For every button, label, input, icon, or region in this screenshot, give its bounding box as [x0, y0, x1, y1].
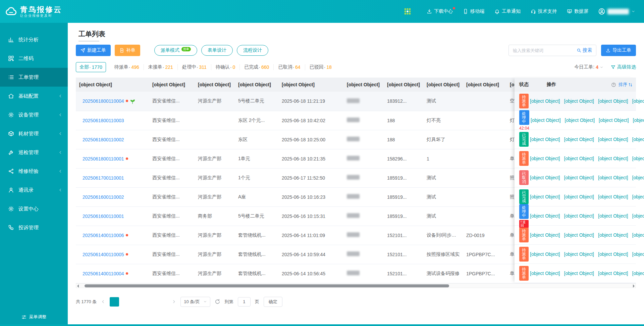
- supplement-order-button[interactable]: 补单: [115, 45, 140, 56]
- column-header[interactable]: [object Object]: [384, 78, 423, 92]
- order-number-link[interactable]: 2025061400110005: [83, 252, 124, 257]
- op-link[interactable]: [object Object]: [598, 271, 628, 276]
- advanced-filter-button[interactable]: 高级筛选: [611, 64, 636, 70]
- op-link[interactable]: [object Object]: [598, 194, 628, 199]
- status-filter-tab[interactable]: 待确认·0: [211, 64, 239, 70]
- op-link[interactable]: [object Object]: [598, 232, 628, 238]
- sidebar-item[interactable]: 二维码: [0, 49, 68, 68]
- order-number-link[interactable]: 2025061800110004: [83, 98, 124, 104]
- sidebar-item[interactable]: 投诉管理: [0, 218, 68, 237]
- op-link[interactable]: [object Object]: [530, 175, 560, 180]
- op-link[interactable]: [object Object]: [530, 271, 560, 276]
- op-link[interactable]: [object Object]: [599, 118, 629, 123]
- column-header[interactable]: [object Object]: [195, 78, 235, 92]
- op-link[interactable]: [object Object]: [598, 98, 628, 104]
- op-link[interactable]: [object Object]: [564, 232, 594, 238]
- op-link[interactable]: [object Object]: [632, 213, 644, 219]
- flow-design-button[interactable]: 流程设计: [237, 45, 268, 56]
- op-link[interactable]: [object Object]: [632, 175, 644, 180]
- op-link[interactable]: [object Object]: [564, 156, 594, 161]
- page-button[interactable]: [158, 297, 167, 307]
- op-link[interactable]: [object Object]: [564, 98, 594, 104]
- op-link[interactable]: [object Object]: [598, 175, 628, 180]
- op-link[interactable]: [object Object]: [598, 213, 628, 219]
- op-link[interactable]: [object Object]: [565, 118, 595, 123]
- op-link[interactable]: [object Object]: [564, 137, 594, 142]
- top-nav-item[interactable]: 工单通知: [494, 8, 521, 14]
- search-input[interactable]: [509, 48, 573, 53]
- op-link[interactable]: [object Object]: [632, 194, 644, 199]
- status-filter-tab[interactable]: 待派单·496: [110, 64, 144, 70]
- page-size-select[interactable]: 10 条/页: [180, 297, 210, 307]
- op-link[interactable]: [object Object]: [632, 156, 644, 161]
- op-link[interactable]: [object Object]: [530, 194, 560, 199]
- order-number-link[interactable]: 2025061400110004: [83, 271, 124, 276]
- op-link[interactable]: [object Object]: [598, 156, 628, 161]
- column-header[interactable]: [object Object]: [343, 78, 384, 92]
- status-column-header[interactable]: 状态: [515, 82, 547, 88]
- scroll-right-arrow[interactable]: [633, 284, 635, 288]
- op-link[interactable]: [object Object]: [632, 137, 644, 142]
- op-link[interactable]: [object Object]: [632, 98, 644, 104]
- export-orders-button[interactable]: 导出工单: [601, 45, 636, 56]
- page-button[interactable]: [122, 297, 131, 307]
- confirm-button[interactable]: 确定: [264, 297, 282, 307]
- scrollbar-thumb[interactable]: [85, 284, 449, 287]
- op-link[interactable]: [object Object]: [530, 232, 560, 238]
- op-link[interactable]: [object Object]: [530, 137, 560, 142]
- order-number-link[interactable]: 2025061800110003: [83, 118, 124, 123]
- order-number-link[interactable]: 2025061800110001: [83, 156, 124, 161]
- scroll-left-arrow[interactable]: [77, 284, 79, 288]
- user-menu[interactable]: [598, 8, 635, 15]
- sidebar-item[interactable]: 耗材管理: [0, 124, 68, 143]
- column-header[interactable]: [object Object]: [463, 78, 506, 92]
- form-design-button[interactable]: 表单设计: [201, 45, 233, 56]
- order-number-link[interactable]: 2025061400110006: [83, 233, 124, 238]
- column-header[interactable]: [object Object]: [149, 78, 195, 92]
- top-nav-item[interactable]: 下载中心: [427, 8, 453, 14]
- menu-adjust-button[interactable]: 菜单调整: [0, 311, 68, 323]
- op-link[interactable]: [object Object]: [632, 232, 644, 238]
- page-button[interactable]: [110, 297, 119, 307]
- status-filter-tab[interactable]: 已驳回·18: [305, 64, 336, 70]
- search-button[interactable]: 搜索: [573, 45, 596, 56]
- sidebar-item[interactable]: 通讯录: [0, 181, 68, 199]
- horizontal-scrollbar[interactable]: [76, 283, 636, 288]
- top-nav-item[interactable]: 移动端: [463, 8, 484, 14]
- help-icon[interactable]: [611, 82, 616, 87]
- goto-page-input[interactable]: [238, 297, 251, 307]
- op-link[interactable]: [object Object]: [564, 194, 594, 199]
- op-link[interactable]: [object Object]: [531, 118, 561, 123]
- op-link[interactable]: [object Object]: [632, 271, 644, 276]
- op-link[interactable]: [object Object]: [633, 118, 644, 123]
- sidebar-item[interactable]: 统计分析: [0, 30, 68, 49]
- sidebar-item[interactable]: 设置中心: [0, 199, 68, 218]
- op-link[interactable]: [object Object]: [530, 251, 560, 257]
- column-header[interactable]: [object Object]: [76, 78, 149, 92]
- op-link[interactable]: [object Object]: [564, 175, 594, 180]
- prev-page-button[interactable]: [101, 299, 105, 304]
- dispatch-mode-button[interactable]: 派单模式 抢单: [154, 45, 197, 56]
- sidebar-item[interactable]: 设备管理: [0, 105, 68, 124]
- op-link[interactable]: [object Object]: [530, 98, 560, 104]
- op-link[interactable]: [object Object]: [598, 251, 628, 257]
- page-button[interactable]: [146, 297, 155, 307]
- apps-grid-icon[interactable]: [404, 8, 411, 15]
- column-header[interactable]: [object Object]: [423, 78, 463, 92]
- status-filter-tab[interactable]: 未接单·221: [144, 64, 177, 70]
- op-link[interactable]: [object Object]: [632, 251, 644, 257]
- sidebar-item[interactable]: 基础配置: [0, 87, 68, 105]
- status-filter-tab[interactable]: 全部·1770: [76, 62, 106, 72]
- sidebar-item[interactable]: 巡检管理: [0, 143, 68, 162]
- op-link[interactable]: [object Object]: [564, 251, 594, 257]
- op-link[interactable]: [object Object]: [564, 271, 594, 276]
- sidebar-item[interactable]: 工单管理: [0, 68, 68, 87]
- refresh-icon[interactable]: [215, 299, 220, 305]
- op-link[interactable]: [object Object]: [564, 213, 594, 219]
- op-link[interactable]: [object Object]: [530, 213, 560, 219]
- order-number-link[interactable]: 2025061600110002: [83, 194, 124, 200]
- top-nav-item[interactable]: 技术支持: [531, 8, 557, 14]
- status-filter-tab[interactable]: 已完成·660: [239, 64, 273, 70]
- order-number-link[interactable]: 2025061800110002: [83, 137, 124, 142]
- column-header[interactable]: [object Object]: [278, 78, 343, 92]
